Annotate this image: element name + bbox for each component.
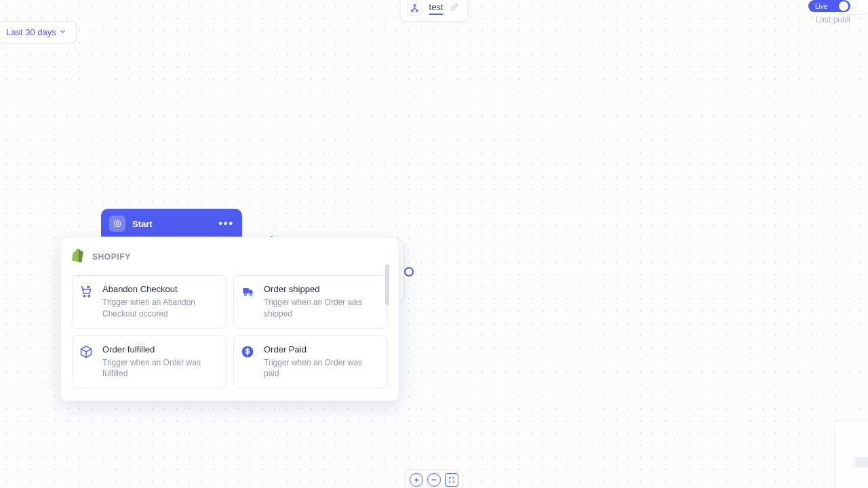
svg-point-6 [88,296,90,297]
svg-point-7 [244,293,246,296]
trigger-option-desc: Trigger when an Order was shipped [264,297,379,320]
zoom-in-button[interactable] [410,473,423,487]
package-icon [79,345,96,361]
trigger-option-desc: Trigger when an Abandon Checkout occured [102,297,218,320]
svg-point-4 [116,222,119,225]
trigger-picker-panel: SHOPIFY Abandon Checkout Trigger when an… [60,237,399,401]
start-node-header[interactable]: Start ••• [101,209,242,239]
svg-point-2 [416,10,418,12]
svg-point-3 [114,220,120,226]
trigger-option-order-shipped[interactable]: Order shipped Trigger when an Order was … [233,275,388,329]
svg-point-8 [250,293,252,296]
dollar-circle-icon [241,345,257,361]
trigger-option-title: Abandon Checkout [102,284,218,294]
panel-scrollbar[interactable] [385,264,389,305]
start-node-target-icon [109,216,125,232]
trigger-option-title: Order Paid [264,344,379,354]
date-range-label: Last 30 days [6,27,56,37]
trigger-provider-label: SHOPIFY [92,252,131,262]
trigger-option-abandon-checkout[interactable]: Abandon Checkout Trigger when an Abandon… [72,275,226,329]
date-range-filter[interactable]: Last 30 days [0,21,77,43]
cart-x-icon [79,285,96,301]
workflow-tree-icon [408,1,422,16]
last-published-text: Last publi [816,15,850,24]
trigger-option-title: Order fulfilled [102,344,218,354]
svg-point-1 [412,10,414,12]
fit-view-button[interactable] [445,473,458,487]
trigger-option-desc: Trigger when an Order was fulfilled [102,357,218,380]
svg-point-0 [414,4,416,6]
svg-point-5 [83,296,85,297]
workflow-title-pill: test [400,0,469,22]
zoom-controls [405,470,463,488]
live-toggle-label: Live [815,3,827,10]
trigger-option-title: Order shipped [264,284,379,294]
trigger-option-order-fulfilled[interactable]: Order fulfilled Trigger when an Order wa… [72,336,226,389]
edit-title-icon[interactable] [450,2,459,14]
live-toggle-knob [839,1,848,11]
trigger-option-order-paid[interactable]: Order Paid Trigger when an Order was pai… [233,336,388,389]
shopify-bag-icon [72,248,85,266]
live-status-wrap: Live Last publi [808,0,850,24]
live-toggle[interactable]: Live [808,0,850,12]
truck-icon [241,285,257,301]
workflow-title[interactable]: test [429,2,443,15]
chevron-down-icon [59,27,66,37]
bottom-right-panel-stub [834,420,868,488]
stub-bar [855,458,868,467]
zoom-out-button[interactable] [427,473,441,487]
trigger-option-desc: Trigger when an Order was paid [264,357,379,380]
start-node-more-icon[interactable]: ••• [218,218,234,230]
start-node-label: Start [132,219,212,229]
node-port-ring-icon[interactable] [404,267,414,277]
